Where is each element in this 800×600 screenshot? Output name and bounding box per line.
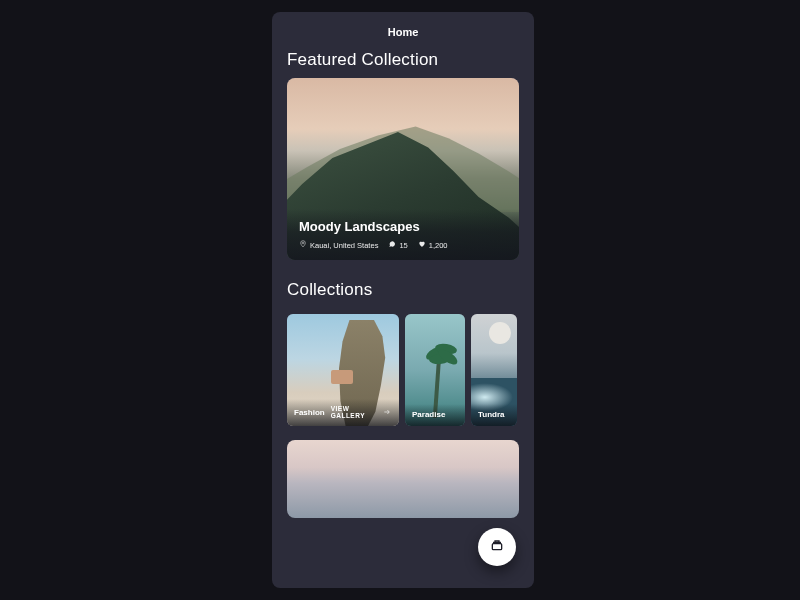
view-gallery-label: VIEW GALLERY [331,405,378,419]
collection-label: Paradise [412,410,445,419]
collection-label: Fashion [294,408,325,417]
collection-footer: Paradise [405,404,465,426]
collection-label: Tundra [478,410,505,419]
svg-rect-1 [492,544,501,550]
collection-card-fashion[interactable]: Fashion VIEW GALLERY [287,314,399,426]
view-gallery-button[interactable]: VIEW GALLERY [331,405,392,419]
featured-comments: 15 [399,241,407,250]
featured-card[interactable]: Moody Landscapes Kauai, United States 15 [287,78,519,260]
featured-location: Kauai, United States [310,241,378,250]
phone-frame: Home Featured Collection Moody Landscape… [272,12,534,588]
pin-icon [299,240,307,250]
likes-meta: 1,200 [418,240,448,250]
nav-title: Home [272,12,534,48]
location-meta: Kauai, United States [299,240,378,250]
stack-icon [489,537,505,557]
comments-meta: 15 [388,240,407,250]
collection-card-tundra[interactable]: Tundra [471,314,517,426]
collections-section-title: Collections [272,278,534,308]
arrow-right-icon [382,408,392,417]
collection-footer: Fashion VIEW GALLERY [287,399,399,426]
collection-card-paradise[interactable]: Paradise [405,314,465,426]
featured-likes: 1,200 [429,241,448,250]
collection-footer: Tundra [471,404,517,426]
collections-row: Fashion VIEW GALLERY Paradise Tundra [272,314,534,426]
featured-title: Moody Landscapes [299,219,507,234]
svg-point-0 [302,242,304,244]
wide-preview-card[interactable] [287,440,519,518]
featured-section-title: Featured Collection [272,48,534,78]
featured-overlay: Moody Landscapes Kauai, United States 15 [287,209,519,260]
featured-meta: Kauai, United States 15 1,200 [299,240,507,250]
floating-action-button[interactable] [478,528,516,566]
heart-icon [418,240,426,250]
comment-icon [388,240,396,250]
